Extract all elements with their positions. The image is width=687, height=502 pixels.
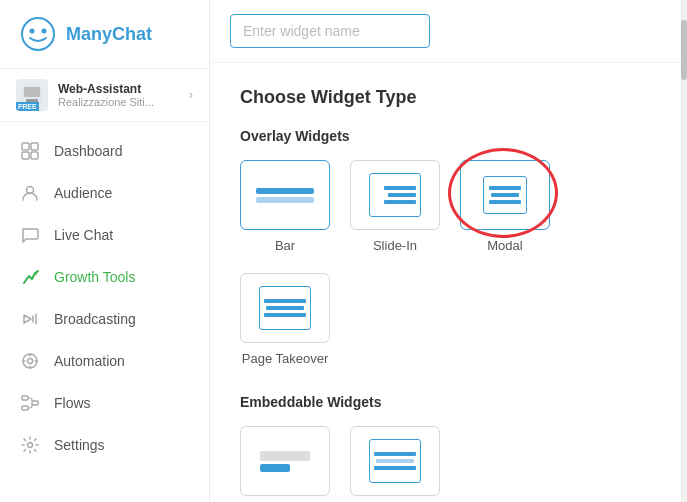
growth-tools-icon (20, 267, 40, 287)
sidebar-logo: ManyChat (0, 0, 209, 69)
account-info: Web-Assistant Realizzazione Siti... (58, 82, 179, 108)
modal-icon-box (460, 160, 550, 230)
nav-menu: Dashboard Audience Live Chat Growth Tool… (0, 122, 209, 502)
content-area: Choose Widget Type Overlay Widgets Bar (210, 63, 687, 502)
flows-icon (20, 393, 40, 413)
svg-rect-22 (32, 401, 38, 405)
settings-label: Settings (54, 437, 105, 453)
sidebar-item-automation[interactable]: Automation (0, 340, 209, 382)
manychat-logo-icon (20, 16, 56, 52)
widget-card-bar[interactable]: Bar (240, 160, 330, 253)
svg-marker-12 (24, 315, 31, 323)
embeddable-widgets-grid: Button Box (240, 426, 657, 502)
svg-rect-9 (31, 152, 38, 159)
account-selector[interactable]: FREE Web-Assistant Realizzazione Siti...… (0, 69, 209, 122)
growth-tools-label: Growth Tools (54, 269, 135, 285)
page-takeover-icon-box (240, 273, 330, 343)
box-icon-box (350, 426, 440, 496)
sidebar-item-broadcasting[interactable]: Broadcasting (0, 298, 209, 340)
modal-label: Modal (487, 238, 522, 253)
sidebar-item-audience[interactable]: Audience (0, 172, 209, 214)
app-name: ManyChat (66, 24, 152, 45)
flows-label: Flows (54, 395, 91, 411)
widget-card-page-takeover[interactable]: Page Takeover (240, 273, 330, 366)
sidebar: ManyChat FREE Web-Assistant Realizzazion… (0, 0, 210, 502)
svg-rect-4 (24, 87, 40, 97)
svg-rect-6 (22, 143, 29, 150)
widget-card-modal[interactable]: Modal (460, 160, 550, 253)
account-badge: FREE (16, 102, 39, 111)
sidebar-item-growth-tools[interactable]: Growth Tools (0, 256, 209, 298)
settings-icon (20, 435, 40, 455)
svg-rect-8 (22, 152, 29, 159)
slide-in-icon (369, 173, 421, 217)
chevron-down-icon: › (189, 88, 193, 102)
svg-point-2 (42, 29, 47, 34)
box-icon (369, 439, 421, 483)
account-name: Web-Assistant (58, 82, 179, 96)
svg-point-16 (28, 359, 33, 364)
avatar: FREE (16, 79, 48, 111)
sidebar-item-live-chat[interactable]: Live Chat (0, 214, 209, 256)
page-takeover-label: Page Takeover (242, 351, 329, 366)
widget-card-button[interactable]: Button (240, 426, 330, 502)
automation-icon (20, 351, 40, 371)
slide-in-label: Slide-In (373, 238, 417, 253)
choose-widget-title: Choose Widget Type (240, 87, 657, 108)
main-content: Choose Widget Type Overlay Widgets Bar (210, 0, 687, 502)
bar-icon-box (240, 160, 330, 230)
dashboard-label: Dashboard (54, 143, 123, 159)
live-chat-icon (20, 225, 40, 245)
broadcasting-icon (20, 309, 40, 329)
overlay-widgets-grid: Bar Slide-In (240, 160, 657, 366)
svg-rect-23 (22, 406, 28, 410)
dashboard-icon (20, 141, 40, 161)
scrollbar-thumb (681, 20, 687, 80)
widget-card-box[interactable]: Box (350, 426, 440, 502)
header-bar (210, 0, 687, 63)
widget-name-input[interactable] (230, 14, 430, 48)
broadcasting-label: Broadcasting (54, 311, 136, 327)
sidebar-item-dashboard[interactable]: Dashboard (0, 130, 209, 172)
widget-card-slide-in[interactable]: Slide-In (350, 160, 440, 253)
sidebar-item-settings[interactable]: Settings (0, 424, 209, 466)
button-icon (260, 451, 310, 472)
svg-point-24 (28, 443, 33, 448)
sidebar-item-flows[interactable]: Flows (0, 382, 209, 424)
button-icon-box (240, 426, 330, 496)
live-chat-label: Live Chat (54, 227, 113, 243)
audience-label: Audience (54, 185, 112, 201)
svg-point-0 (22, 18, 54, 50)
slide-in-icon-box (350, 160, 440, 230)
bar-icon (256, 188, 314, 203)
bar-label: Bar (275, 238, 295, 253)
automation-label: Automation (54, 353, 125, 369)
embeddable-section-title: Embeddable Widgets (240, 394, 657, 410)
svg-rect-21 (22, 396, 28, 400)
modal-icon (483, 176, 527, 214)
scrollbar[interactable] (681, 0, 687, 502)
svg-rect-7 (31, 143, 38, 150)
svg-point-1 (30, 29, 35, 34)
page-takeover-icon (259, 286, 311, 330)
audience-icon (20, 183, 40, 203)
account-sub: Realizzazione Siti... (58, 96, 179, 108)
overlay-section-title: Overlay Widgets (240, 128, 657, 144)
